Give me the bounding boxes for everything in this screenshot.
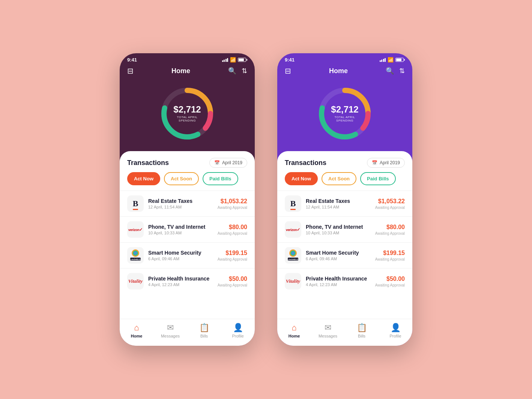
brand-logo-b-2: B xyxy=(290,199,296,208)
tx-logo-b-1: B xyxy=(127,195,144,212)
glasses-icon-2: ⊟ xyxy=(285,66,291,75)
tx-amount-6: $80.00 xyxy=(375,224,405,231)
table-row[interactable]: B Real Estate Taxes 12 April, 11:54 AM $… xyxy=(277,190,412,216)
tx-info-3: Smart Home Security 6 April, 09:46 AM xyxy=(148,250,213,261)
table-row[interactable]: LifeSHIELD Smart Home Security 6 April, … xyxy=(120,242,255,268)
nav-home-1[interactable]: ⌂ Home xyxy=(125,323,148,338)
brand-logo-vitality: Vitality xyxy=(128,278,143,284)
tx-name-2: Phone, TV and Internet xyxy=(148,224,213,230)
calendar-icon-1: 📅 xyxy=(214,160,220,165)
transfer-icon-2[interactable]: ⇅ xyxy=(399,67,405,75)
svg-text:LifeSHIELD: LifeSHIELD xyxy=(130,258,141,261)
date-filter-1[interactable]: 📅 April 2019 xyxy=(209,158,247,168)
header-actions-1: 🔍 ⇅ xyxy=(228,67,247,75)
brand-logo-lifeshield: LifeSHIELD xyxy=(128,248,143,263)
svg-text:LifeSHIELD: LifeSHIELD xyxy=(288,258,298,261)
phone-2: 9:41 📶 ⊟ Home 🔍 ⇅ xyxy=(277,53,412,346)
tab-paid-bills-1[interactable]: Paid Bills xyxy=(203,172,238,185)
date-label-2: April 2019 xyxy=(380,160,400,165)
nav-profile-label-2: Profile xyxy=(389,334,401,338)
donut-label-1: TOTAL APRIL SPENDING xyxy=(172,116,202,122)
nav-messages-2[interactable]: ✉ Messages xyxy=(317,323,339,338)
search-icon-1[interactable]: 🔍 xyxy=(228,67,236,75)
table-row[interactable]: B Real Estate Taxes 12 April, 11:54 AM $… xyxy=(120,190,255,216)
tab-act-soon-1[interactable]: Act Soon xyxy=(164,172,199,185)
tx-status-8: Awaiting Approval xyxy=(375,283,405,287)
tx-info-5: Real Estate Taxes 12 April, 11:54 AM xyxy=(306,198,371,209)
donut-center-2: $2,712 TOTAL APRIL SPENDING xyxy=(330,105,360,122)
transactions-title-1: Transactions xyxy=(127,159,169,167)
calendar-icon-2: 📅 xyxy=(372,160,377,165)
tx-status-5: Awaiting Approval xyxy=(375,206,405,210)
donut-label-2: TOTAL APRIL SPENDING xyxy=(330,116,360,122)
search-icon-2[interactable]: 🔍 xyxy=(386,67,394,75)
brand-logo-verizon-2: verizon✓ xyxy=(286,227,300,232)
nav-profile-1[interactable]: 👤 Profile xyxy=(227,323,249,338)
transaction-list-1: B Real Estate Taxes 12 April, 11:54 AM $… xyxy=(120,190,255,319)
svg-point-6 xyxy=(134,252,137,255)
phone-1: 9:41 📶 ⊟ Home 🔍 ⇅ xyxy=(120,53,255,346)
tx-status-2: Awaiting Approval xyxy=(218,231,247,236)
table-row[interactable]: Vitality Private Health Insurance 4 Apri… xyxy=(120,268,255,294)
tx-amount-area-5: $1,053.22 Awaiting Approval xyxy=(375,198,405,210)
donut-chart-2: $2,712 TOTAL APRIL SPENDING xyxy=(315,84,375,144)
tx-amount-4: $50.00 xyxy=(218,276,247,282)
tx-amount-8: $50.00 xyxy=(375,276,405,282)
nav-bills-1[interactable]: 📋 Bills xyxy=(193,323,215,338)
tx-logo-lifeshield-1: LifeSHIELD xyxy=(127,247,144,264)
table-row[interactable]: Vitality Private Health Insurance 4 Apri… xyxy=(277,268,412,294)
content-area-1: Transactions 📅 April 2019 Act Now Act So… xyxy=(120,151,255,346)
tx-amount-7: $199.15 xyxy=(375,250,405,256)
tab-act-now-1[interactable]: Act Now xyxy=(127,172,160,185)
donut-amount-2: $2,712 xyxy=(330,105,360,114)
tx-status-4: Awaiting Approval xyxy=(218,283,247,287)
tab-act-now-2[interactable]: Act Now xyxy=(285,172,318,185)
tx-name-8: Private Health Insurance xyxy=(306,276,371,282)
nav-messages-label-2: Messages xyxy=(319,334,337,338)
date-label-1: April 2019 xyxy=(222,160,242,165)
tx-date-7: 6 April, 09:46 AM xyxy=(306,256,371,261)
time-2: 9:41 xyxy=(285,57,295,63)
tx-date-4: 4 April, 12:23 AM xyxy=(148,282,213,287)
nav-bills-2[interactable]: 📋 Bills xyxy=(350,323,373,338)
tx-amount-area-7: $199.15 Awaiting Approval xyxy=(375,250,405,261)
nav-profile-2[interactable]: 👤 Profile xyxy=(384,323,407,338)
svg-point-15 xyxy=(292,252,295,255)
battery-icon-2 xyxy=(395,58,405,62)
tx-logo-vitality-2: Vitality xyxy=(285,273,301,290)
tx-logo-b-2: B xyxy=(285,195,301,212)
nav-home-2[interactable]: ⌂ Home xyxy=(283,323,305,338)
tx-name-3: Smart Home Security xyxy=(148,250,213,256)
tx-info-6: Phone, TV and Internet 10 April, 10:33 A… xyxy=(306,224,371,235)
tx-status-3: Awaiting Approval xyxy=(218,257,247,261)
table-row[interactable]: verizon✓ Phone, TV and Internet 10 April… xyxy=(277,216,412,242)
header-title-2: Home xyxy=(329,67,348,75)
transfer-icon-1[interactable]: ⇅ xyxy=(242,67,247,75)
table-row[interactable]: verizon✓ Phone, TV and Internet 10 April… xyxy=(120,216,255,242)
tab-paid-bills-2[interactable]: Paid Bills xyxy=(360,172,396,185)
tab-act-soon-2[interactable]: Act Soon xyxy=(322,172,356,185)
tx-amount-3: $199.15 xyxy=(218,250,247,256)
tx-logo-lifeshield-2: LifeSHIELD xyxy=(285,247,301,264)
tx-amount-2: $80.00 xyxy=(218,224,247,231)
home-icon-2: ⌂ xyxy=(292,323,296,333)
signal-icon xyxy=(222,58,228,62)
header-actions-2: 🔍 ⇅ xyxy=(386,67,405,75)
tx-info-1: Real Estate Taxes 12 April, 11:54 AM xyxy=(148,198,213,209)
transaction-list-2: B Real Estate Taxes 12 April, 11:54 AM $… xyxy=(277,190,412,319)
chart-area-1: $2,712 TOTAL APRIL SPENDING xyxy=(120,80,255,151)
bills-icon-2: 📋 xyxy=(357,323,367,333)
tx-info-7: Smart Home Security 6 April, 09:46 AM xyxy=(306,250,371,261)
date-filter-2[interactable]: 📅 April 2019 xyxy=(367,158,405,168)
wifi-icon-2: 📶 xyxy=(388,57,394,63)
tx-logo-verizon-2: verizon✓ xyxy=(285,221,301,238)
tx-amount-area-4: $50.00 Awaiting Approval xyxy=(218,276,247,287)
table-row[interactable]: LifeSHIELD Smart Home Security 6 April, … xyxy=(277,242,412,268)
nav-messages-1[interactable]: ✉ Messages xyxy=(159,323,182,338)
tx-amount-1: $1,053.22 xyxy=(218,198,247,205)
transactions-title-2: Transactions xyxy=(285,159,326,167)
brand-logo-verizon: verizon✓ xyxy=(128,227,143,232)
profile-icon-1: 👤 xyxy=(233,323,243,333)
bottom-nav-2: ⌂ Home ✉ Messages 📋 Bills 👤 Profile xyxy=(277,319,412,346)
tx-date-1: 12 April, 11:54 AM xyxy=(148,205,213,209)
